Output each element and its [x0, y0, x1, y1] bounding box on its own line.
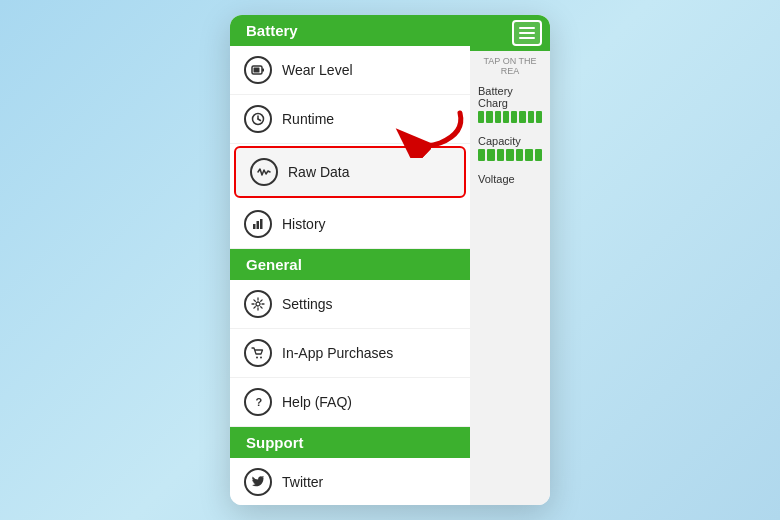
question-icon: ?: [244, 388, 272, 416]
bar: [519, 111, 525, 123]
menu-bar-1: [519, 27, 535, 29]
svg-rect-1: [262, 69, 264, 72]
menu-bar-2: [519, 32, 535, 34]
twitter-icon: [244, 468, 272, 496]
svg-line-5: [258, 119, 261, 121]
sidebar-item-label: Twitter: [282, 474, 323, 490]
sidebar-item-raw-data[interactable]: Raw Data: [234, 146, 466, 198]
sidebar-item-label: Help (FAQ): [282, 394, 352, 410]
clock-icon: [244, 105, 272, 133]
sidebar-item-twitter[interactable]: Twitter: [230, 458, 470, 505]
bar: [528, 111, 534, 123]
cart-icon: [244, 339, 272, 367]
sidebar-item-label: Settings: [282, 296, 333, 312]
hamburger-menu-button[interactable]: [512, 20, 542, 46]
sidebar-item-label: Raw Data: [288, 164, 349, 180]
stat-battery-charge: Battery Charg: [470, 79, 550, 129]
stat-label: Battery Charg: [478, 85, 542, 109]
bar: [511, 111, 517, 123]
svg-point-9: [256, 302, 260, 306]
bar: [525, 149, 532, 161]
stat-bars: [478, 111, 542, 123]
bar: [506, 149, 513, 161]
bar: [535, 149, 542, 161]
sidebar-item-label: Wear Level: [282, 62, 353, 78]
bar: [478, 149, 485, 161]
bar: [503, 111, 509, 123]
bar: [516, 149, 523, 161]
bar: [497, 149, 504, 161]
svg-rect-8: [260, 219, 263, 229]
gear-icon: [244, 290, 272, 318]
section-general: General: [230, 249, 470, 280]
svg-point-10: [256, 357, 258, 359]
svg-text:?: ?: [256, 396, 263, 408]
waveform-icon: [250, 158, 278, 186]
chart-icon: [244, 210, 272, 238]
stat-label: Capacity: [478, 135, 542, 147]
sidebar: Battery Wear Level Runtime: [230, 15, 470, 505]
sidebar-item-settings[interactable]: Settings: [230, 280, 470, 329]
bar: [487, 149, 494, 161]
sidebar-item-history[interactable]: History: [230, 200, 470, 249]
bar: [478, 111, 484, 123]
sidebar-item-label: Runtime: [282, 111, 334, 127]
phone-container: Battery Wear Level Runtime: [230, 15, 550, 505]
svg-rect-7: [257, 221, 260, 229]
right-panel: TAP ON THE REA Battery Charg Capacity: [470, 15, 550, 505]
sidebar-item-label: History: [282, 216, 326, 232]
stat-voltage: Voltage: [470, 167, 550, 193]
stat-bars: [478, 149, 542, 161]
tap-hint: TAP ON THE REA: [470, 51, 550, 79]
sidebar-item-runtime[interactable]: Runtime: [230, 95, 470, 144]
sidebar-item-help[interactable]: ? Help (FAQ): [230, 378, 470, 427]
svg-rect-2: [254, 68, 260, 73]
sidebar-item-in-app[interactable]: In-App Purchases: [230, 329, 470, 378]
bar: [536, 111, 542, 123]
stat-label: Voltage: [478, 173, 542, 185]
section-battery: Battery: [230, 15, 470, 46]
battery-icon: [244, 56, 272, 84]
svg-point-11: [260, 357, 262, 359]
sidebar-item-label: In-App Purchases: [282, 345, 393, 361]
svg-rect-6: [253, 224, 256, 229]
section-support: Support: [230, 427, 470, 458]
sidebar-item-wear-level[interactable]: Wear Level: [230, 46, 470, 95]
bar: [495, 111, 501, 123]
menu-bar-3: [519, 37, 535, 39]
right-header: [470, 15, 550, 51]
stat-capacity: Capacity: [470, 129, 550, 167]
bar: [486, 111, 492, 123]
